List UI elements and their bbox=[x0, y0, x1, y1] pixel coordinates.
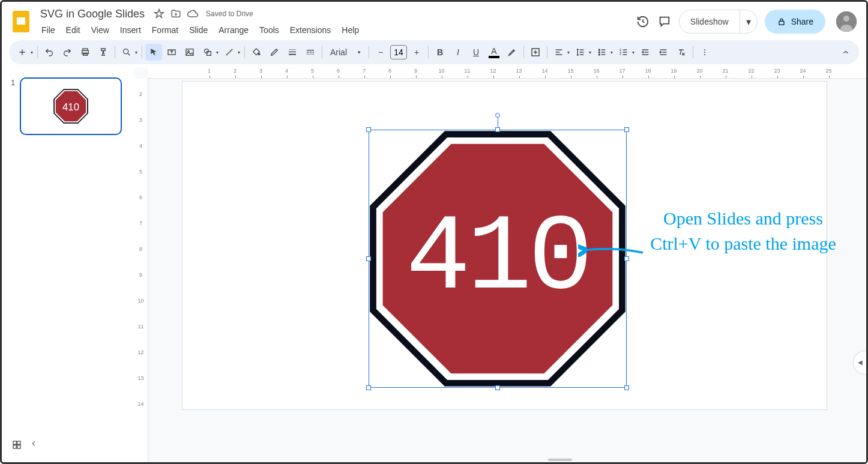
comment-icon[interactable] bbox=[657, 14, 672, 29]
underline-button[interactable]: U bbox=[468, 44, 484, 61]
align-dropdown-icon[interactable]: ▾ bbox=[567, 50, 570, 55]
user-avatar[interactable] bbox=[836, 11, 857, 32]
svg-rect-18 bbox=[289, 52, 296, 52]
bold-button[interactable]: B bbox=[432, 44, 448, 61]
menu-extensions[interactable]: Extensions bbox=[285, 23, 336, 37]
select-tool-button[interactable] bbox=[145, 44, 162, 61]
ruler-h-tick: 20 bbox=[687, 68, 713, 78]
line-dropdown-icon[interactable]: ▾ bbox=[238, 50, 240, 55]
line-spacing-button[interactable] bbox=[572, 44, 589, 61]
ruler-h-tick: 24 bbox=[790, 68, 816, 78]
ruler-h-tick: 7 bbox=[351, 68, 377, 78]
slideshow-dropdown-icon[interactable]: ▾ bbox=[740, 10, 757, 33]
resize-handle-ne[interactable] bbox=[624, 127, 629, 132]
collapse-filmstrip-icon[interactable] bbox=[29, 439, 38, 450]
ruler-h-tick: 21 bbox=[713, 68, 738, 78]
speaker-notes-handle[interactable] bbox=[548, 459, 572, 461]
slideshow-button[interactable]: Slideshow ▾ bbox=[679, 10, 758, 34]
move-to-folder-icon[interactable] bbox=[170, 8, 182, 20]
ruler-h-tick: 14 bbox=[532, 68, 558, 78]
menu-help[interactable]: Help bbox=[337, 23, 364, 37]
decrease-font-size-button[interactable]: − bbox=[372, 44, 389, 61]
resize-handle-n[interactable] bbox=[495, 127, 500, 132]
paint-format-button[interactable] bbox=[95, 44, 112, 61]
image-button[interactable] bbox=[181, 44, 198, 61]
line-button[interactable] bbox=[221, 44, 238, 61]
shape-dropdown-icon[interactable]: ▾ bbox=[216, 50, 219, 55]
document-title[interactable]: SVG in Google Slides bbox=[37, 7, 148, 22]
italic-button[interactable]: I bbox=[450, 44, 466, 61]
slides-logo-icon[interactable] bbox=[10, 11, 32, 32]
rotate-handle[interactable] bbox=[495, 113, 500, 118]
resize-handle-s[interactable] bbox=[495, 385, 500, 390]
bulleted-list-button[interactable] bbox=[594, 44, 610, 61]
resize-handle-w[interactable] bbox=[366, 256, 371, 261]
text-color-button[interactable]: A bbox=[486, 44, 502, 61]
border-weight-button[interactable] bbox=[284, 44, 301, 61]
slideshow-button-label[interactable]: Slideshow bbox=[680, 10, 740, 33]
collapse-toolbar-button[interactable] bbox=[837, 44, 854, 61]
redo-button[interactable] bbox=[59, 44, 76, 61]
undo-button[interactable] bbox=[41, 44, 58, 61]
shape-button[interactable] bbox=[199, 44, 216, 61]
annotation-text: Open Slides and press Ctrl+V to paste th… bbox=[644, 206, 842, 256]
numbered-list-dropdown-icon[interactable]: ▾ bbox=[632, 50, 634, 55]
grid-view-icon[interactable] bbox=[11, 439, 22, 450]
menu-slide[interactable]: Slide bbox=[184, 23, 212, 37]
border-dash-button[interactable] bbox=[302, 44, 319, 61]
more-button[interactable] bbox=[696, 44, 713, 61]
line-spacing-dropdown-icon[interactable]: ▾ bbox=[589, 50, 591, 55]
textbox-button[interactable] bbox=[163, 44, 180, 61]
menu-file[interactable]: File bbox=[37, 23, 60, 37]
filmstrip: 1 410 bbox=[2, 68, 134, 464]
menu-edit[interactable]: Edit bbox=[61, 23, 85, 37]
resize-handle-sw[interactable] bbox=[366, 385, 371, 390]
svg-rect-3 bbox=[779, 21, 784, 25]
menu-tools[interactable]: Tools bbox=[255, 23, 284, 37]
zoom-dropdown-icon[interactable]: ▾ bbox=[135, 50, 137, 55]
resize-handle-se[interactable] bbox=[624, 385, 629, 390]
toolbar: ▾ ▾ ▾ ▾ Arial▾ − + B I U A bbox=[9, 40, 859, 64]
svg-rect-21 bbox=[307, 52, 309, 52]
menu-insert[interactable]: Insert bbox=[115, 23, 146, 37]
ruler-h-tick: 23 bbox=[764, 68, 790, 78]
increase-font-size-button[interactable]: + bbox=[408, 44, 425, 61]
menu-format[interactable]: Format bbox=[147, 23, 183, 37]
star-icon[interactable] bbox=[153, 8, 165, 20]
font-family-select[interactable]: Arial▾ bbox=[325, 47, 366, 57]
svg-point-32 bbox=[598, 54, 600, 55]
fill-color-button[interactable] bbox=[248, 44, 265, 61]
resize-handle-nw[interactable] bbox=[366, 127, 371, 132]
menu-view[interactable]: View bbox=[86, 23, 114, 37]
annotation-arrow-icon bbox=[578, 242, 644, 260]
new-slide-dropdown-icon[interactable]: ▾ bbox=[31, 50, 33, 55]
share-button[interactable]: Share bbox=[765, 10, 825, 34]
slide-thumbnail-row: 1 410 bbox=[7, 77, 129, 135]
svg-rect-1 bbox=[16, 17, 26, 25]
svg-point-16 bbox=[258, 53, 260, 55]
new-slide-button[interactable] bbox=[14, 44, 31, 61]
decrease-indent-button[interactable] bbox=[637, 44, 654, 61]
align-button[interactable] bbox=[550, 44, 567, 61]
ruler-v-tick: 10 bbox=[134, 288, 148, 313]
cloud-saved-icon[interactable] bbox=[187, 8, 199, 20]
border-color-button[interactable] bbox=[266, 44, 283, 61]
menu-arrange[interactable]: Arrange bbox=[214, 23, 253, 37]
font-size-input[interactable] bbox=[390, 45, 407, 59]
numbered-list-button[interactable]: 123 bbox=[615, 44, 632, 61]
highlight-color-button[interactable] bbox=[504, 44, 520, 61]
svg-rect-43 bbox=[13, 441, 16, 444]
bulleted-list-dropdown-icon[interactable]: ▾ bbox=[610, 50, 613, 55]
share-button-label: Share bbox=[791, 17, 813, 26]
ruler-h-tick: 6 bbox=[325, 68, 351, 78]
slide-thumbnail[interactable]: 410 bbox=[20, 77, 122, 135]
horizontal-ruler: 1234567891011121314151617181920212223242… bbox=[148, 68, 866, 79]
insert-link-button[interactable] bbox=[527, 44, 544, 61]
svg-text:410: 410 bbox=[62, 101, 79, 113]
clear-formatting-button[interactable] bbox=[673, 44, 690, 61]
svg-rect-27 bbox=[312, 54, 312, 55]
print-button[interactable] bbox=[77, 44, 94, 61]
increase-indent-button[interactable] bbox=[655, 44, 672, 61]
history-icon[interactable] bbox=[636, 14, 650, 29]
zoom-button[interactable] bbox=[118, 44, 135, 61]
